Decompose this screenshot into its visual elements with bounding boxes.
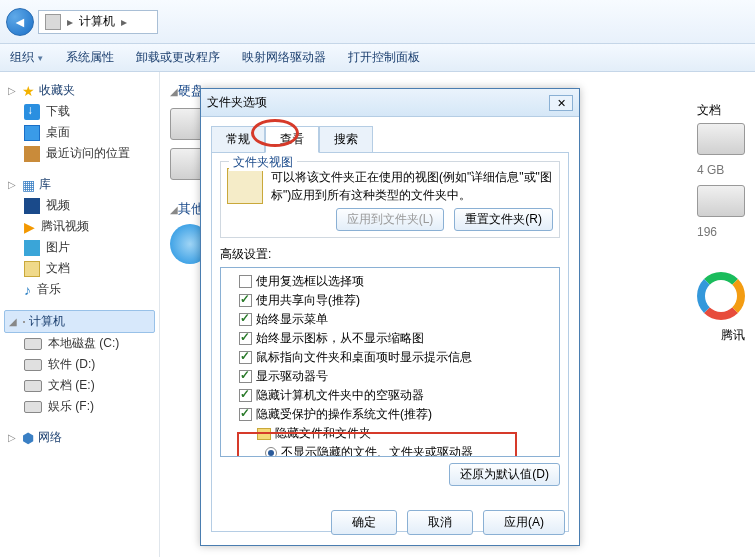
nav-sidebar: ▷★收藏夹 下载 桌面 最近访问的位置 ▷▦库 视频 ▶腾讯视频 图片 文档 ♪… [0, 72, 160, 557]
dialog-tabs: 常规 查看 搜索 [201, 117, 579, 152]
tree-item[interactable]: 隐藏计算机文件夹中的空驱动器 [225, 386, 555, 405]
sidebar-item-tencent-video[interactable]: ▶腾讯视频 [4, 216, 155, 237]
tree-item[interactable]: 隐藏受保护的操作系统文件(推荐) [225, 405, 555, 424]
checkbox[interactable] [239, 370, 252, 383]
tree-item-label: 隐藏受保护的操作系统文件(推荐) [256, 406, 432, 423]
nav-back-button[interactable]: ◄ [6, 8, 34, 36]
drive-icon [24, 401, 42, 413]
sidebar-item-drive-f[interactable]: 娱乐 (F:) [4, 396, 155, 417]
computer-icon [23, 321, 25, 323]
restore-defaults-button[interactable]: 还原为默认值(D) [449, 463, 560, 486]
checkbox[interactable] [239, 275, 252, 288]
sidebar-item-pictures[interactable]: 图片 [4, 237, 155, 258]
folder-view-icon [227, 168, 263, 204]
uninstall-button[interactable]: 卸载或更改程序 [136, 49, 220, 66]
breadcrumb-location[interactable]: 计算机 [79, 13, 115, 30]
drive-icon [24, 380, 42, 392]
tencent-logo[interactable]: 腾讯 [697, 272, 745, 344]
docs-label: 文档 [697, 102, 745, 119]
checkbox[interactable] [239, 313, 252, 326]
tencent-video-icon: ▶ [24, 219, 35, 235]
drive-tile[interactable] [697, 123, 745, 155]
sidebar-item-drive-d[interactable]: 软件 (D:) [4, 354, 155, 375]
video-icon [24, 198, 40, 214]
checkbox[interactable] [239, 408, 252, 421]
control-panel-button[interactable]: 打开控制面板 [348, 49, 420, 66]
dialog-titlebar[interactable]: 文件夹选项 ✕ [201, 89, 579, 117]
ok-button[interactable]: 确定 [331, 510, 397, 535]
address-bar: ◄ ▸ 计算机 ▸ [0, 0, 755, 44]
organize-menu[interactable]: 组织 [10, 49, 44, 66]
breadcrumb-sep: ▸ [67, 15, 73, 29]
pictures-icon [24, 240, 40, 256]
tree-item-label: 隐藏文件和文件夹 [275, 425, 371, 442]
sidebar-item-documents[interactable]: 文档 [4, 258, 155, 279]
sidebar-item-recent[interactable]: 最近访问的位置 [4, 143, 155, 164]
close-button[interactable]: ✕ [549, 95, 573, 111]
sidebar-item-video[interactable]: 视频 [4, 195, 155, 216]
apply-to-folders-button[interactable]: 应用到文件夹(L) [336, 208, 445, 231]
reset-folders-button[interactable]: 重置文件夹(R) [454, 208, 553, 231]
network-header[interactable]: ▷⬢网络 [4, 427, 155, 448]
computer-icon [45, 14, 61, 30]
toolbar: 组织 系统属性 卸载或更改程序 映射网络驱动器 打开控制面板 [0, 44, 755, 72]
tree-item[interactable]: 显示驱动器号 [225, 367, 555, 386]
folder-icon [257, 428, 271, 440]
network-icon: ⬢ [22, 430, 34, 446]
music-icon: ♪ [24, 282, 31, 298]
sidebar-item-desktop[interactable]: 桌面 [4, 122, 155, 143]
tree-item-label: 显示驱动器号 [256, 368, 328, 385]
folder-view-legend: 文件夹视图 [229, 154, 297, 171]
sidebar-item-music[interactable]: ♪音乐 [4, 279, 155, 300]
sidebar-item-drive-c[interactable]: 本地磁盘 (C:) [4, 333, 155, 354]
system-properties-button[interactable]: 系统属性 [66, 49, 114, 66]
libraries-header[interactable]: ▷▦库 [4, 174, 155, 195]
computer-header[interactable]: ◢计算机 [4, 310, 155, 333]
tree-item-label: 始终显示图标，从不显示缩略图 [256, 330, 424, 347]
tree-item-label: 不显示隐藏的文件、文件夹或驱动器 [281, 444, 473, 457]
checkbox[interactable] [239, 351, 252, 364]
size-label: 4 GB [697, 163, 745, 177]
documents-icon [24, 261, 40, 277]
checkbox[interactable] [239, 389, 252, 402]
tab-general[interactable]: 常规 [211, 126, 265, 153]
favorites-header[interactable]: ▷★收藏夹 [4, 80, 155, 101]
cancel-button[interactable]: 取消 [407, 510, 473, 535]
radio[interactable] [265, 447, 277, 458]
tree-item[interactable]: 使用复选框以选择项 [225, 272, 555, 291]
folder-view-desc: 可以将该文件夹正在使用的视图(例如"详细信息"或"图标")应用到所有这种类型的文… [271, 168, 553, 204]
drive-tile[interactable] [697, 185, 745, 217]
drive-icon [24, 359, 42, 371]
sidebar-item-drive-e[interactable]: 文档 (E:) [4, 375, 155, 396]
map-drive-button[interactable]: 映射网络驱动器 [242, 49, 326, 66]
tree-item[interactable]: 始终显示图标，从不显示缩略图 [225, 329, 555, 348]
apply-button[interactable]: 应用(A) [483, 510, 565, 535]
tree-item[interactable]: 鼠标指向文件夹和桌面项时显示提示信息 [225, 348, 555, 367]
checkbox[interactable] [239, 294, 252, 307]
tree-item-label: 隐藏计算机文件夹中的空驱动器 [256, 387, 424, 404]
tree-item[interactable]: 使用共享向导(推荐) [225, 291, 555, 310]
download-icon [24, 104, 40, 120]
tree-item[interactable]: 始终显示菜单 [225, 310, 555, 329]
num-label: 196 [697, 225, 745, 239]
tree-item-label: 始终显示菜单 [256, 311, 328, 328]
tree-item[interactable]: 隐藏文件和文件夹 [225, 424, 555, 443]
tab-view[interactable]: 查看 [265, 126, 319, 153]
tab-search[interactable]: 搜索 [319, 126, 373, 153]
drive-icon [24, 338, 42, 350]
advanced-settings-tree[interactable]: 使用复选框以选择项使用共享向导(推荐)始终显示菜单始终显示图标，从不显示缩略图鼠… [220, 267, 560, 457]
folder-options-dialog: 文件夹选项 ✕ 常规 查看 搜索 文件夹视图 可以将该文件夹正在使用的视图(例如… [200, 88, 580, 546]
tree-item[interactable]: 不显示隐藏的文件、文件夹或驱动器 [225, 443, 555, 457]
advanced-label: 高级设置: [220, 246, 560, 263]
folder-view-group: 文件夹视图 可以将该文件夹正在使用的视图(例如"详细信息"或"图标")应用到所有… [220, 161, 560, 238]
desktop-icon [24, 125, 40, 141]
breadcrumb[interactable]: ▸ 计算机 ▸ [38, 10, 158, 34]
tab-panel: 文件夹视图 可以将该文件夹正在使用的视图(例如"详细信息"或"图标")应用到所有… [211, 152, 569, 532]
sidebar-item-downloads[interactable]: 下载 [4, 101, 155, 122]
recent-icon [24, 146, 40, 162]
checkbox[interactable] [239, 332, 252, 345]
breadcrumb-sep2: ▸ [121, 15, 127, 29]
tree-item-label: 使用复选框以选择项 [256, 273, 364, 290]
tree-item-label: 使用共享向导(推荐) [256, 292, 360, 309]
dialog-title: 文件夹选项 [207, 94, 267, 111]
